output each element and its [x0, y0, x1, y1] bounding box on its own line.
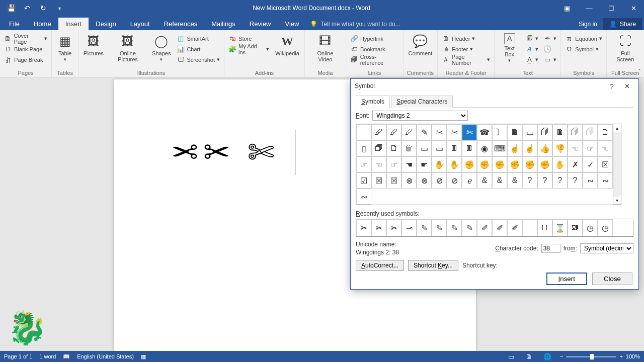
ribbon-options-icon[interactable]: ▣	[556, 1, 578, 15]
comment-button[interactable]: 💬Comment	[407, 33, 435, 56]
recent-symbol-cell[interactable]: ✎	[417, 219, 432, 236]
symbol-cell[interactable]: ☜	[568, 140, 583, 156]
recent-symbol-cell[interactable]: ⌛	[552, 219, 568, 236]
maximize-icon[interactable]: ☐	[601, 1, 622, 15]
pictures-button[interactable]: 🖼Pictures	[82, 33, 106, 56]
tab-home[interactable]: Home	[27, 18, 58, 30]
symbol-cell[interactable]: ☜	[598, 140, 613, 156]
bookmark-button[interactable]: 🏷Bookmark	[349, 44, 386, 54]
symbol-cell[interactable]: ✊	[507, 156, 522, 172]
recent-symbol-cell[interactable]: ✂	[386, 219, 401, 236]
symbol-cell[interactable]: 🗋	[598, 124, 613, 140]
equation-button[interactable]: πEquation ▾	[564, 33, 603, 44]
my-addins-button[interactable]: 🧩My Add-ins ▾	[227, 44, 270, 54]
symbol-cell[interactable]: ?	[568, 172, 583, 189]
cross-reference-button[interactable]: 🗐Cross-reference	[349, 54, 400, 65]
shapes-button[interactable]: ◯Shapes▾	[150, 33, 173, 62]
symbol-cell[interactable]: ☒	[371, 172, 386, 189]
symbol-cell[interactable]: 🗏	[447, 140, 462, 156]
symbol-cell[interactable]: ∾	[583, 172, 598, 189]
font-select[interactable]: Wingdings 2	[372, 111, 468, 121]
tab-insert[interactable]: Insert	[58, 18, 89, 30]
symbol-cell[interactable]: ✊	[477, 156, 492, 172]
symbol-cell[interactable]: ☒	[598, 156, 613, 172]
symbol-cell[interactable]: ☝	[522, 140, 537, 156]
header-button[interactable]: 🗎Header ▾	[441, 33, 476, 44]
symbol-cell[interactable]: ◉	[477, 140, 492, 156]
close-icon[interactable]: ✕	[623, 1, 644, 15]
symbol-button[interactable]: ΩSymbol ▾	[564, 44, 600, 54]
store-button[interactable]: 🛍Store	[227, 33, 253, 44]
screenshot-button[interactable]: 🖵Screenshot ▾	[176, 54, 221, 65]
tab-review[interactable]: Review	[243, 18, 278, 30]
tab-references[interactable]: References	[157, 18, 204, 30]
symbol-cell[interactable]: ▭	[522, 124, 537, 140]
collapse-ribbon-icon[interactable]: ˄	[638, 68, 641, 75]
symbol-cell[interactable]: ⌨	[492, 140, 507, 156]
shortcut-key-button[interactable]: Shortcut Key...	[408, 260, 458, 271]
symbol-cell[interactable]: ⊗	[417, 172, 432, 189]
symbol-cell[interactable]: ☞	[386, 156, 401, 172]
symbol-cell[interactable]: ⊗	[401, 172, 417, 189]
recent-symbol-cell[interactable]: ◷	[583, 219, 598, 236]
date-time-button[interactable]: 🕓	[542, 44, 552, 54]
wordart-button[interactable]: A▾	[524, 44, 539, 54]
dialog-close-icon[interactable]: ✕	[619, 82, 634, 90]
symbol-cell[interactable]: 🗏	[462, 140, 477, 156]
print-layout-icon[interactable]: 🗎	[524, 353, 535, 360]
from-select[interactable]: Symbol (decimal)	[580, 243, 633, 253]
symbol-cell[interactable]: 🖊	[371, 124, 386, 140]
close-button[interactable]: Close	[592, 273, 632, 285]
read-mode-icon[interactable]: ▭	[506, 353, 517, 360]
symbol-cell[interactable]: ?	[552, 172, 568, 189]
zoom-in-button[interactable]: +	[619, 353, 622, 359]
table-button[interactable]: ▦Table▾	[55, 33, 75, 62]
page-number-button[interactable]: #Page Number ▾	[441, 54, 491, 65]
symbol-cell[interactable]: ℯ	[462, 172, 477, 189]
symbol-cell[interactable]: 🖊	[386, 124, 401, 140]
recent-symbol-cell[interactable]	[522, 219, 537, 236]
symbol-cell[interactable]: 🖊	[401, 124, 417, 140]
drop-cap-button[interactable]: A̲▾	[524, 54, 539, 65]
signature-line-button[interactable]: ✒▾	[542, 33, 557, 44]
symbol-cell[interactable]: ✊	[522, 156, 537, 172]
symbol-cell[interactable]: ✊	[492, 156, 507, 172]
recent-symbol-cell[interactable]: ✂	[371, 219, 386, 236]
recent-symbol-cell[interactable]: ✎	[462, 219, 477, 236]
symbol-cell[interactable]: ✋	[552, 156, 568, 172]
tab-file[interactable]: File	[2, 18, 27, 30]
full-screen-button[interactable]: ⛶Full Screen	[610, 33, 641, 62]
wikipedia-button[interactable]: WWikipedia	[273, 33, 301, 56]
symbol-cell[interactable]: ✓	[583, 156, 598, 172]
recent-symbols-grid[interactable]: ✂✂✂⊸✎✎✎✎✐✐✐ 🗏⌛🖳◷◷	[356, 219, 633, 237]
online-pictures-button[interactable]: 🖼Online Pictures	[109, 33, 147, 62]
redo-icon[interactable]: ↻	[36, 1, 50, 15]
web-layout-icon[interactable]: 🌐	[542, 353, 553, 360]
symbol-cell[interactable]: ✊	[537, 156, 552, 172]
charcode-input[interactable]	[541, 244, 560, 253]
symbol-cell[interactable]: ✄	[462, 124, 477, 140]
symbol-cell[interactable]: &	[492, 172, 507, 189]
minimize-icon[interactable]: —	[579, 1, 600, 15]
recent-symbol-cell[interactable]: ◷	[598, 219, 613, 236]
symbol-cell[interactable]: ☞	[583, 140, 598, 156]
macro-icon[interactable]: ▦	[141, 353, 146, 360]
recent-symbol-cell[interactable]: 🗏	[537, 219, 552, 236]
symbol-scrollbar[interactable]: ▴ ▾	[613, 124, 621, 205]
symbol-cell[interactable]: ?	[537, 172, 552, 189]
hyperlink-button[interactable]: 🔗Hyperlink	[349, 33, 384, 44]
symbol-cell[interactable]: ☛	[417, 156, 432, 172]
tab-design[interactable]: Design	[89, 18, 123, 30]
page-break-button[interactable]: ⭿Page Break	[3, 54, 44, 65]
recent-symbol-cell[interactable]: ✂	[356, 219, 371, 236]
symbol-cell[interactable]: ☎	[477, 124, 492, 140]
recent-symbol-cell[interactable]: ✐	[477, 219, 492, 236]
symbol-cell[interactable]: ☑	[356, 172, 371, 189]
symbol-cell[interactable]: ✗	[568, 156, 583, 172]
symbol-cell[interactable]: ✂	[432, 124, 447, 140]
symbol-cell[interactable]: ?	[522, 172, 537, 189]
tab-view[interactable]: View	[278, 18, 306, 30]
symbol-cell[interactable]: 🗎	[507, 124, 522, 140]
symbol-cell[interactable]: ⊘	[447, 172, 462, 189]
quick-parts-button[interactable]: 🗐▾	[524, 33, 539, 44]
